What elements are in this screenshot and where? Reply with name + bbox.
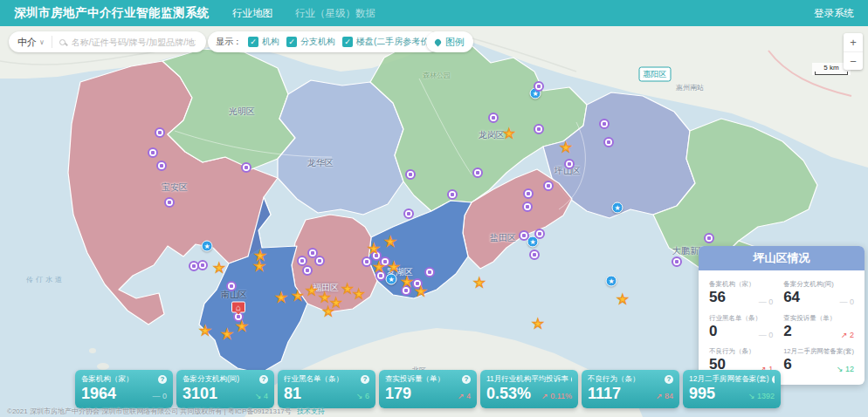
star-org-marker[interactable]: ★ xyxy=(384,235,396,248)
star-org-marker[interactable]: ★ xyxy=(275,291,286,304)
help-icon[interactable]: ? xyxy=(361,375,369,384)
panel-stat-row: 64— 0 xyxy=(783,290,854,306)
org-marker[interactable] xyxy=(599,119,610,129)
star-org-marker[interactable]: ★ xyxy=(473,276,485,289)
filter-label: 楼盘(二手房参考价) xyxy=(356,36,432,48)
star-org-marker[interactable]: ★ xyxy=(503,126,514,140)
org-marker[interactable] xyxy=(523,188,534,199)
stat-card-1[interactable]: 备案分支机构(间)?3101↘ 4 xyxy=(176,370,274,408)
top-nav-item-1[interactable]: 行业（星级）数据 xyxy=(295,7,375,20)
panel-stat-label: 不良行为（条） xyxy=(709,347,773,356)
top-nav-item-0[interactable]: 行业地图 xyxy=(232,7,272,20)
org-marker[interactable] xyxy=(488,113,499,123)
org-marker[interactable] xyxy=(424,267,435,277)
star-org-marker[interactable]: ★ xyxy=(199,324,210,337)
org-marker[interactable] xyxy=(564,159,575,169)
search-icon xyxy=(59,39,65,45)
listing-marker[interactable]: ★ xyxy=(612,202,623,214)
org-marker[interactable] xyxy=(197,260,208,270)
org-marker[interactable] xyxy=(672,256,682,267)
zoom-out-button[interactable]: − xyxy=(844,51,863,70)
org-marker[interactable] xyxy=(543,181,554,191)
org-marker[interactable] xyxy=(403,208,414,219)
org-marker[interactable] xyxy=(529,250,540,260)
star-org-marker[interactable]: ★ xyxy=(388,260,399,273)
stat-card-trend: ↗ 0.11% xyxy=(541,392,572,400)
stat-card-4[interactable]: 11月行业机构平均投诉率?0.53%↗ 0.11% xyxy=(480,370,578,408)
org-marker[interactable] xyxy=(522,202,533,212)
checkbox-checked-icon[interactable]: ✓ xyxy=(248,37,258,47)
star-org-marker[interactable]: ★ xyxy=(560,140,571,154)
search-input[interactable] xyxy=(70,37,197,48)
footer-link[interactable]: 技术支持 xyxy=(297,407,325,415)
org-marker[interactable] xyxy=(534,124,544,134)
org-marker[interactable] xyxy=(405,169,416,180)
org-marker[interactable] xyxy=(447,189,458,200)
star-org-marker[interactable]: ★ xyxy=(253,259,265,272)
login-link[interactable]: 登录系统 xyxy=(814,7,854,20)
star-org-marker[interactable]: ★ xyxy=(532,317,543,330)
star-org-marker[interactable]: ★ xyxy=(319,291,330,304)
checkbox-checked-icon[interactable]: ✓ xyxy=(342,37,353,47)
star-org-marker[interactable]: ★ xyxy=(617,292,628,305)
star-org-marker[interactable]: ★ xyxy=(373,260,384,273)
star-org-marker[interactable]: ★ xyxy=(236,319,247,332)
district-longhua[interactable] xyxy=(278,80,403,215)
stat-card-value: 3101 xyxy=(183,386,217,403)
stat-card-3[interactable]: 查实投诉量（单）?179↗ 4 xyxy=(379,370,477,408)
org-marker[interactable] xyxy=(519,230,529,241)
org-marker[interactable] xyxy=(362,256,372,267)
org-marker[interactable] xyxy=(302,265,313,276)
help-icon[interactable]: ? xyxy=(462,375,471,384)
checkbox-checked-icon[interactable]: ✓ xyxy=(286,37,297,47)
org-marker[interactable] xyxy=(534,81,544,92)
help-icon[interactable]: ? xyxy=(259,375,268,384)
listing-marker[interactable]: ★ xyxy=(386,274,397,285)
star-org-marker[interactable]: ★ xyxy=(221,327,232,340)
category-select[interactable]: 中介 ∨ xyxy=(17,36,45,49)
help-icon[interactable]: ? xyxy=(772,375,775,384)
help-icon[interactable]: ? xyxy=(571,375,572,384)
org-marker[interactable] xyxy=(156,161,167,171)
star-org-marker[interactable]: ★ xyxy=(213,261,224,274)
org-marker[interactable] xyxy=(164,197,175,208)
org-marker[interactable] xyxy=(603,137,614,147)
star-org-marker[interactable]: ★ xyxy=(306,284,317,297)
star-org-marker[interactable]: ★ xyxy=(401,275,412,288)
listing-marker[interactable]: ★ xyxy=(606,276,617,287)
star-org-marker[interactable]: ★ xyxy=(368,242,379,255)
org-marker[interactable] xyxy=(155,127,165,138)
panel-stat-trend: — 0 xyxy=(839,297,854,306)
top-nav: 行业地图行业（星级）数据 xyxy=(232,7,375,20)
org-marker[interactable] xyxy=(148,147,158,158)
org-marker[interactable] xyxy=(534,229,545,239)
org-marker[interactable] xyxy=(226,281,237,291)
star-org-marker[interactable]: ★ xyxy=(415,284,426,297)
stat-card-0[interactable]: 备案机构（家）?1964— 0 xyxy=(75,370,173,408)
star-org-marker[interactable]: ★ xyxy=(322,304,334,318)
zoom-in-button[interactable]: + xyxy=(844,33,863,51)
star-org-marker[interactable]: ★ xyxy=(292,289,303,302)
org-marker[interactable] xyxy=(472,167,483,178)
listing-marker[interactable]: ★ xyxy=(202,241,213,252)
stat-card-2[interactable]: 行业黑名单（条）?81↘ 6 xyxy=(278,370,375,408)
legend-button[interactable]: 图例 xyxy=(426,31,473,52)
star-org-marker[interactable]: ★ xyxy=(341,282,353,295)
city-stat-bar: 备案机构（家）?1964— 0备案分支机构(间)?3101↘ 4行业黑名单（条）… xyxy=(75,370,781,408)
map-area[interactable]: 宝安区光明区龙华区龙岗区坪山区盐田区大鹏新区罗湖区福田区南山区惠阳区惠州南站北区… xyxy=(0,26,868,417)
help-icon[interactable]: ? xyxy=(665,375,673,384)
stat-card-6[interactable]: 12月二手房网签备案(套)?995↘ 1392 xyxy=(683,370,781,408)
filter-item-0[interactable]: ✓机构 xyxy=(248,36,279,48)
panel-stat-row: 2↗ 2 xyxy=(783,324,854,340)
org-marker[interactable] xyxy=(704,233,714,243)
org-marker[interactable] xyxy=(314,256,325,266)
help-icon[interactable]: ? xyxy=(158,375,167,384)
filter-item-2[interactable]: ✓楼盘(二手房参考价) xyxy=(342,36,432,48)
district-panel-title: 坪山区情况 xyxy=(699,246,865,270)
filter-item-1[interactable]: ✓分支机构 xyxy=(286,36,335,48)
star-org-marker[interactable]: ★ xyxy=(353,287,364,300)
selected-district-marker[interactable]: ⌂ xyxy=(231,302,245,313)
stat-card-5[interactable]: 不良行为（条）?1117↗ 84 xyxy=(582,370,679,408)
org-marker[interactable] xyxy=(241,162,251,173)
app-title: 深圳市房地产中介行业智能监测系统 xyxy=(14,5,210,21)
